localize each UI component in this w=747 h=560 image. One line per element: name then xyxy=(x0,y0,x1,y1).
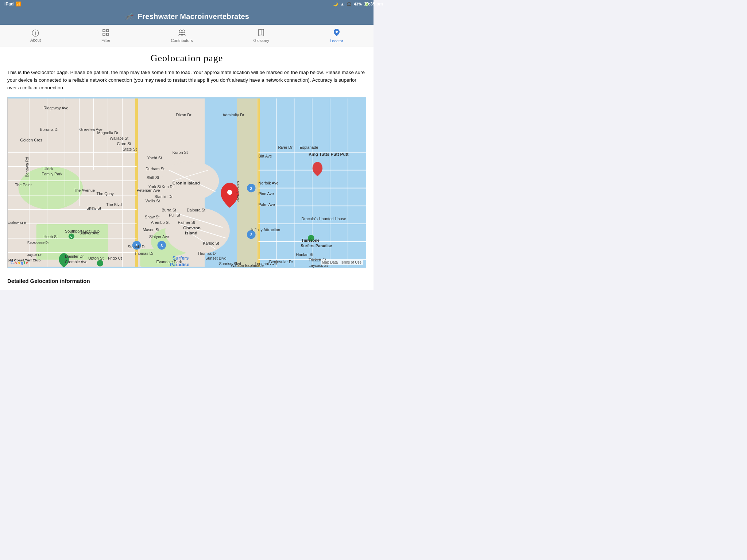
svg-text:Daimler Dr: Daimler Dr xyxy=(65,254,84,258)
svg-text:Family Park: Family Park xyxy=(42,172,63,176)
svg-text:Ridgeway Ave: Ridgeway Ave xyxy=(43,105,68,110)
nav-item-contributors[interactable]: Contributors xyxy=(164,27,200,44)
svg-text:Karloo St: Karloo St xyxy=(203,241,219,245)
svg-text:2: 2 xyxy=(250,233,252,237)
svg-text:Dixon Dr: Dixon Dr xyxy=(176,113,191,117)
svg-text:Shaw St: Shaw St xyxy=(86,206,101,210)
svg-text:Chevron: Chevron xyxy=(183,225,201,230)
nav-bar: ⓘ About Filter Contributors xyxy=(0,25,374,47)
page-description: This is the Geolocator page. Please be p… xyxy=(7,69,366,92)
location-icon: ▲ xyxy=(340,2,344,6)
svg-text:Norfolk Ave: Norfolk Ave xyxy=(258,181,278,185)
headphones-icon: 🎧 xyxy=(347,2,352,7)
map-terms: Map Data Terms of Use xyxy=(321,260,363,265)
svg-text:Upton St: Upton St xyxy=(88,256,104,260)
page-title: Geolocation page xyxy=(7,53,366,64)
time-display: 10:39 pm xyxy=(364,1,374,7)
svg-text:Shaw St: Shaw St xyxy=(145,215,159,219)
svg-text:Jaguar Dr: Jaguar Dr xyxy=(27,253,42,257)
nav-item-about[interactable]: ⓘ About xyxy=(23,28,48,44)
svg-text:Peninsular Dr: Peninsular Dr xyxy=(269,260,293,264)
svg-point-59 xyxy=(227,190,232,195)
svg-text:Koron St: Koron St xyxy=(173,150,188,155)
detailed-geo-title: Detailed Gelocation information xyxy=(7,278,366,284)
svg-text:Clare St: Clare St xyxy=(117,141,131,146)
svg-text:Evandale Park: Evandale Park xyxy=(156,260,182,264)
svg-text:2: 2 xyxy=(250,186,252,190)
svg-text:Pull St: Pull St xyxy=(169,213,180,217)
svg-text:Island: Island xyxy=(185,230,197,235)
svg-text:Thomas Dr: Thomas Dr xyxy=(197,251,217,256)
svg-text:Nerang River: Nerang River xyxy=(236,181,240,202)
svg-text:Slatyer Ave: Slatyer Ave xyxy=(79,231,99,235)
svg-rect-0 xyxy=(103,30,105,32)
glossary-label: Glossary xyxy=(253,38,269,43)
svg-text:Hanlan St: Hanlan St xyxy=(296,252,313,257)
svg-text:Arembo St: Arembo St xyxy=(151,220,170,225)
svg-text:Admiralty Dr: Admiralty Dr xyxy=(222,113,244,117)
svg-text:King Tutts Putt Putt: King Tutts Putt Putt xyxy=(309,152,349,156)
svg-text:Surfers Paradise: Surfers Paradise xyxy=(301,244,332,248)
wifi-icon: 📶 xyxy=(16,1,21,7)
locator-label: Locator xyxy=(330,39,343,43)
app-bug-icon: 🦟 xyxy=(124,12,134,21)
main-content: Geolocation page This is the Geolocator … xyxy=(0,47,374,274)
svg-text:Benowa Rd: Benowa Rd xyxy=(25,157,29,177)
svg-text:State St: State St xyxy=(123,147,136,151)
svg-text:Stanhill D: Stanhill D xyxy=(128,244,144,249)
svg-text:Burra St: Burra St xyxy=(162,207,176,212)
svg-point-5 xyxy=(182,30,185,33)
svg-text:3: 3 xyxy=(160,244,163,248)
google-o1: o xyxy=(15,261,17,265)
svg-rect-1 xyxy=(107,30,109,32)
google-e: e xyxy=(26,261,28,265)
locator-icon xyxy=(333,28,340,38)
google-g: G xyxy=(11,261,14,265)
svg-text:Frigo Ct: Frigo Ct xyxy=(108,256,122,260)
svg-text:Petersen Ave: Petersen Ave xyxy=(137,188,160,192)
svg-text:Pine Ave: Pine Ave xyxy=(258,191,274,196)
nav-item-filter[interactable]: Filter xyxy=(94,27,117,44)
svg-text:Stanhill Dr: Stanhill Dr xyxy=(155,194,173,199)
svg-text:Dracula's Haunted House: Dracula's Haunted House xyxy=(301,217,346,221)
battery-label: 43% xyxy=(354,2,362,6)
svg-text:Dalpura St: Dalpura St xyxy=(187,207,205,212)
svg-point-64 xyxy=(97,260,104,267)
svg-text:Heeb St: Heeb St xyxy=(43,234,58,239)
carrier-label: iPad xyxy=(4,1,13,7)
svg-text:Durham St: Durham St xyxy=(146,166,165,171)
svg-text:The Blvd: The Blvd xyxy=(106,202,122,207)
map-data-text: Map Data xyxy=(322,260,338,264)
svg-text:Palm Ave: Palm Ave xyxy=(258,202,275,207)
google-watermark: G o o g l e xyxy=(11,261,28,265)
svg-text:Wallace St: Wallace St xyxy=(110,136,128,140)
svg-text:Ken Ri: Ken Ri xyxy=(162,184,173,188)
nav-item-locator[interactable]: Locator xyxy=(322,27,351,44)
svg-text:The Quay: The Quay xyxy=(97,191,114,196)
map-container[interactable]: 2 2 3 3 G T Ridgeway Ave xyxy=(7,97,366,268)
svg-point-4 xyxy=(179,30,182,33)
contributors-label: Contributors xyxy=(171,38,193,43)
svg-text:The Point: The Point xyxy=(15,183,32,187)
svg-text:Mason St: Mason St xyxy=(143,227,159,232)
svg-text:River Dr: River Dr xyxy=(278,145,293,149)
svg-text:Slatyer Ave: Slatyer Ave xyxy=(149,234,169,239)
svg-rect-2 xyxy=(103,33,105,35)
svg-text:Esplanade: Esplanade xyxy=(299,145,318,149)
terms-text: Terms of Use xyxy=(340,260,361,264)
svg-text:Yacht St: Yacht St xyxy=(147,156,162,160)
contributors-icon xyxy=(178,29,186,37)
svg-text:Racecourse Dr: Racecourse Dr xyxy=(27,241,49,244)
google-g2: g xyxy=(21,261,23,265)
svg-text:Sunset Blvd: Sunset Blvd xyxy=(205,256,227,260)
filter-icon xyxy=(102,29,109,37)
svg-text:Ulrick: Ulrick xyxy=(43,166,54,171)
filter-label: Filter xyxy=(101,38,110,43)
svg-text:Golden Cres: Golden Cres xyxy=(20,138,42,142)
about-icon: ⓘ xyxy=(32,30,39,37)
nav-item-glossary[interactable]: Glossary xyxy=(246,27,276,44)
svg-point-7 xyxy=(336,31,338,33)
svg-text:Birt Ave: Birt Ave xyxy=(258,154,272,158)
google-o2: o xyxy=(18,261,20,265)
svg-text:G: G xyxy=(70,235,73,238)
